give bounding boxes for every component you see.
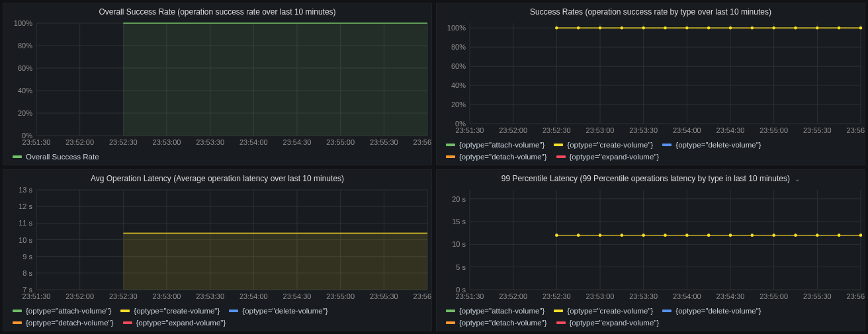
svg-text:23:51:30: 23:51:30 [22,138,51,146]
legend-item[interactable]: {optype="attach-volume"} [446,141,544,149]
panel-overall-success: Overall Success Rate (operation success … [3,3,432,165]
legend-label: {optype="expand-volume"} [136,319,226,327]
legend-item[interactable]: {optype="delete-volume"} [229,307,327,315]
legend-label: Overall Success Rate [26,153,99,161]
legend-item[interactable]: {optype="detach-volume"} [13,319,114,327]
svg-text:23:54:00: 23:54:00 [239,138,268,146]
chevron-down-icon[interactable]: ⌄ [795,175,800,183]
svg-point-149 [685,233,689,237]
legend-item[interactable]: {optype="delete-volume"} [662,307,761,315]
svg-point-153 [772,233,775,237]
legend-label: {optype="attach-volume"} [26,307,111,315]
svg-text:23:55:00: 23:55:00 [326,292,355,300]
svg-point-151 [729,233,732,237]
svg-text:60%: 60% [451,62,466,70]
legend-item[interactable]: {optype="expand-volume"} [556,153,660,161]
svg-text:23:51:30: 23:51:30 [456,292,484,300]
legend-item[interactable]: {optype="create-volume"} [120,307,220,315]
svg-text:23:51:30: 23:51:30 [22,292,51,300]
svg-text:10 s: 10 s [452,240,466,248]
svg-text:20%: 20% [18,109,32,117]
legend-item[interactable]: {optype="create-volume"} [554,141,653,149]
legend-label: {optype="expand-volume"} [570,153,660,161]
svg-text:23:55:30: 23:55:30 [803,292,832,300]
legend-item[interactable]: {optype="attach-volume"} [13,307,111,315]
svg-text:60%: 60% [18,64,32,72]
svg-point-65 [577,26,580,30]
svg-text:23:52:30: 23:52:30 [109,292,138,300]
svg-text:23:52:30: 23:52:30 [542,292,571,300]
legend-swatch [556,155,566,158]
legend-swatch [13,310,22,312]
svg-text:23:55:30: 23:55:30 [370,138,398,146]
chart-avg-latency[interactable]: 7 s8 s9 s10 s11 s12 s13 s23:51:3023:52:0… [3,186,431,304]
legend-swatch [229,310,238,312]
legend-item[interactable]: Overall Success Rate [13,153,99,161]
svg-text:23:53:00: 23:53:00 [153,138,181,146]
svg-point-147 [642,233,645,237]
svg-text:23:54:30: 23:54:30 [716,126,745,134]
svg-point-64 [555,26,558,30]
chart-overall-success[interactable]: 0%20%40%60%80%100%23:51:3023:52:0023:52:… [3,19,431,150]
svg-text:23:52:30: 23:52:30 [542,126,571,134]
legend-item[interactable]: {optype="detach-volume"} [446,319,547,327]
legend: {optype="attach-volume"}{optype="create-… [437,304,865,331]
svg-point-157 [859,233,863,237]
svg-text:23:52:00: 23:52:00 [65,138,94,146]
svg-text:11 s: 11 s [19,219,32,227]
svg-point-156 [838,233,841,237]
svg-point-146 [621,233,624,237]
svg-text:23:56:00: 23:56:00 [413,138,431,146]
panel-title[interactable]: Success Rates (operation success rate by… [437,3,865,19]
svg-text:100%: 100% [14,19,32,27]
svg-point-78 [859,26,863,30]
title-text: 99 Percentile Latency (99 Percentile ope… [501,174,790,183]
legend-swatch [556,321,566,324]
svg-text:23:54:30: 23:54:30 [716,292,745,300]
svg-text:23:53:30: 23:53:30 [629,126,658,134]
svg-point-70 [685,26,689,30]
svg-text:40%: 40% [451,81,466,89]
panel-title[interactable]: 99 Percentile Latency (99 Percentile ope… [437,170,865,186]
svg-text:23:55:00: 23:55:00 [326,138,355,146]
panel-title[interactable]: Overall Success Rate (operation success … [3,3,431,19]
svg-text:23:53:00: 23:53:00 [153,292,181,300]
chart-p99-latency[interactable]: 0 s5 s10 s15 s20 s23:51:3023:52:0023:52:… [437,186,865,304]
svg-point-152 [751,233,754,237]
svg-text:15 s: 15 s [452,218,466,226]
panel-title[interactable]: Avg Operation Latency (Average operation… [3,170,431,186]
legend-label: {optype="detach-volume"} [26,319,114,327]
svg-point-75 [794,26,797,30]
svg-text:23:53:00: 23:53:00 [586,126,615,134]
svg-text:23:55:30: 23:55:30 [803,126,832,134]
svg-text:23:56:00: 23:56:00 [413,292,431,300]
svg-text:23:52:30: 23:52:30 [109,138,138,146]
svg-point-69 [664,26,667,30]
svg-text:23:51:30: 23:51:30 [456,126,484,134]
legend-item[interactable]: {optype="attach-volume"} [446,307,544,315]
legend-item[interactable]: {optype="create-volume"} [554,307,653,315]
svg-text:100%: 100% [447,24,466,32]
legend-item[interactable]: {optype="detach-volume"} [446,153,547,161]
legend-label: {optype="attach-volume"} [459,141,544,149]
svg-text:23:53:00: 23:53:00 [586,292,615,300]
svg-point-155 [816,233,819,237]
legend-item[interactable]: {optype="expand-volume"} [556,319,660,327]
legend: Overall Success Rate [3,150,431,165]
legend-swatch [13,155,22,158]
legend-item[interactable]: {optype="delete-volume"} [662,141,761,149]
svg-point-150 [707,233,711,237]
legend-label: {optype="expand-volume"} [570,319,660,327]
svg-text:12 s: 12 s [19,202,32,210]
legend-swatch [446,144,455,146]
legend-label: {optype="delete-volume"} [242,307,327,315]
legend-swatch [662,310,672,312]
svg-text:80%: 80% [451,43,466,51]
svg-point-72 [729,26,732,30]
legend-swatch [13,321,22,324]
legend-swatch [446,310,455,312]
chart-success-by-type[interactable]: 0%20%40%60%80%100%23:51:3023:52:0023:52:… [437,19,865,138]
svg-point-143 [555,233,558,237]
svg-point-148 [664,233,667,237]
legend-item[interactable]: {optype="expand-volume"} [123,319,226,327]
